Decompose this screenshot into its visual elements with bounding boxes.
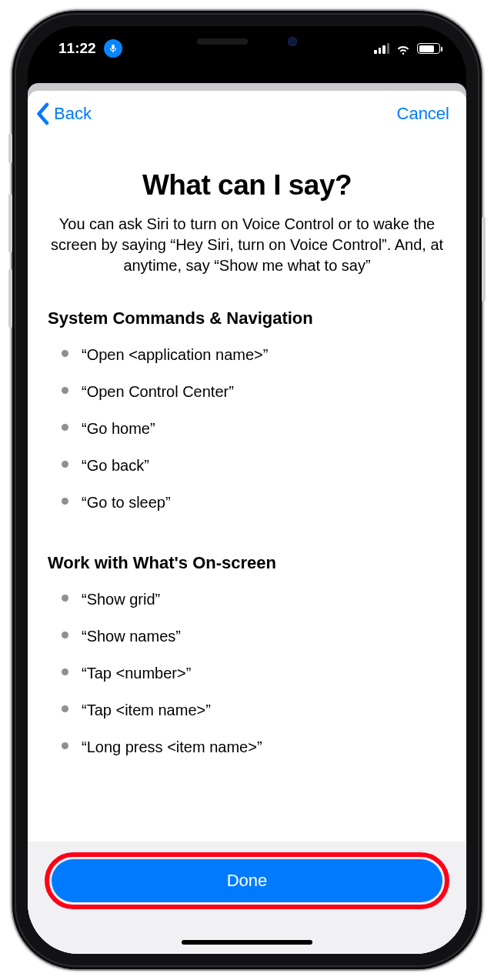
list-item: “Tap <item name>” <box>62 701 446 719</box>
list-item: “Show grid” <box>62 590 446 608</box>
side-button <box>482 217 486 302</box>
battery-icon <box>417 43 440 54</box>
system-commands-list: “Open <application name>” “Open Control … <box>48 345 446 553</box>
microphone-icon <box>104 39 122 58</box>
list-item: “Go home” <box>62 419 446 438</box>
wifi-icon <box>396 41 411 56</box>
cellular-signal-icon <box>374 43 389 54</box>
list-item: “Go back” <box>62 456 446 475</box>
nav-bar: Back Cancel <box>28 91 466 137</box>
list-item: “Long press <item name>” <box>62 738 446 756</box>
done-button[interactable]: Done <box>52 859 442 902</box>
screen: 11:22 Back Cancel <box>28 26 466 954</box>
status-time: 11:22 <box>58 40 96 57</box>
volume-down-button <box>8 269 12 328</box>
cancel-button[interactable]: Cancel <box>394 101 452 127</box>
mute-switch <box>8 134 12 163</box>
page-title: What can I say? <box>48 169 446 202</box>
back-label[interactable]: Back <box>51 101 95 127</box>
home-indicator[interactable] <box>182 940 312 945</box>
onscreen-commands-list: “Show grid” “Show names” “Tap <number>” … <box>48 590 446 756</box>
chevron-left-icon <box>34 102 51 125</box>
modal-sheet: Back Cancel What can I say? You can ask … <box>28 91 466 954</box>
front-camera <box>288 37 297 46</box>
earpiece-speaker <box>197 38 248 45</box>
list-item: “Go to sleep” <box>62 493 446 512</box>
list-item: “Open <application name>” <box>62 345 446 364</box>
content-area: What can I say? You can ask Siri to turn… <box>28 137 466 842</box>
list-item: “Open Control Center” <box>62 382 446 401</box>
phone-frame: 11:22 Back Cancel <box>12 11 482 969</box>
list-item: “Show names” <box>62 627 446 645</box>
section-heading-onscreen: Work with What's On-screen <box>48 553 446 573</box>
list-item: “Tap <number>” <box>62 664 446 682</box>
back-button[interactable]: Back <box>34 101 95 127</box>
section-heading-system: System Commands & Navigation <box>48 308 446 328</box>
volume-up-button <box>8 194 12 252</box>
footer-bar: Done <box>28 842 466 954</box>
notch <box>149 26 345 56</box>
done-button-highlight: Done <box>45 852 449 909</box>
page-subtitle: You can ask Siri to turn on Voice Contro… <box>49 214 445 276</box>
